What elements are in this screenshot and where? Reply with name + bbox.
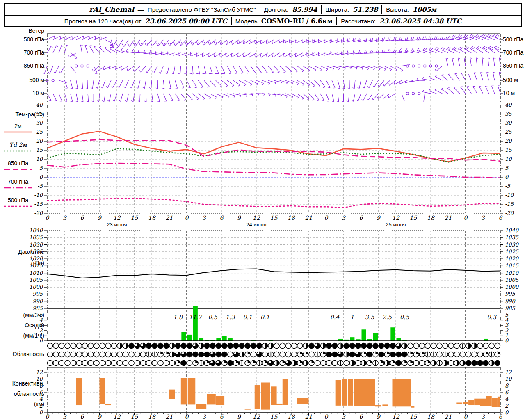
meteogram-app: rAl_Chemal — Предоставлено ФГБУ "ЗапСиб …	[0, 0, 525, 420]
legend-label-t2m: 2м	[3, 123, 33, 129]
svg-text:0: 0	[505, 174, 509, 180]
convective-bar	[492, 398, 498, 407]
precip-bar	[397, 338, 401, 341]
svg-text:21: 21	[305, 215, 313, 221]
wind-level-700hpa-left: 700 гПа	[2, 50, 44, 56]
svg-text:3.5: 3.5	[365, 314, 374, 320]
svg-text:3: 3	[342, 413, 346, 420]
convective-bar	[498, 397, 500, 407]
svg-text:0: 0	[46, 215, 50, 221]
svg-text:1010: 1010	[29, 270, 43, 276]
svg-text:9: 9	[377, 413, 381, 420]
cloud-row-1	[47, 352, 500, 357]
svg-text:-20: -20	[34, 210, 43, 216]
svg-text:35: 35	[505, 111, 512, 117]
precip-bar	[362, 329, 366, 341]
convective-bar	[181, 378, 187, 405]
svg-text:1030: 1030	[29, 242, 43, 248]
precip-bar	[216, 338, 221, 341]
svg-text:21: 21	[305, 413, 313, 420]
precip-unit-1h: (мм/1ч.)	[2, 333, 44, 339]
svg-text:40: 40	[36, 102, 43, 108]
svg-text:1.8: 1.8	[173, 314, 183, 320]
convective-bar	[342, 379, 347, 406]
svg-text:9: 9	[377, 215, 381, 221]
precip-bar	[373, 333, 378, 341]
svg-text:12: 12	[113, 215, 121, 221]
svg-text:18: 18	[148, 413, 156, 420]
convective-bar	[474, 399, 480, 405]
convective-bar	[255, 385, 260, 409]
svg-text:3: 3	[481, 413, 485, 420]
svg-text:0: 0	[39, 409, 43, 415]
cloud-row-0	[47, 343, 500, 348]
convective-bar	[354, 379, 375, 406]
legend-label-t700: 700 гПа	[3, 179, 33, 185]
svg-text:1040: 1040	[29, 227, 43, 233]
svg-text:0.3: 0.3	[487, 314, 497, 320]
time-axis-bottom: 036912151821036912151821036912151821036	[46, 413, 503, 420]
svg-text:985: 985	[32, 305, 43, 311]
wind-level-10m-left: 10 м	[2, 90, 44, 96]
svg-text:0.5: 0.5	[400, 314, 409, 320]
svg-text:0: 0	[185, 413, 189, 420]
svg-text:18: 18	[427, 413, 435, 420]
cloud-panel-title: Облачность	[2, 351, 44, 357]
svg-text:6: 6	[220, 413, 224, 420]
svg-text:0.4: 0.4	[330, 314, 340, 320]
svg-text:12: 12	[505, 369, 512, 375]
wind-level-850hpa-left: 850 гПа	[2, 63, 44, 69]
legend-label-td2m: Td 2м	[3, 142, 33, 148]
svg-text:25 июня: 25 июня	[386, 221, 406, 228]
svg-text:15: 15	[131, 413, 139, 420]
svg-text:1005: 1005	[29, 277, 43, 283]
convective-bar	[468, 400, 474, 405]
svg-text:12: 12	[253, 413, 260, 420]
svg-text:10: 10	[505, 156, 512, 162]
wind-level-500hpa-left: 500 гПа	[2, 37, 44, 43]
wind-panel-title: Ветер	[2, 28, 44, 34]
cloud-row-2	[47, 360, 500, 365]
convective-bar	[382, 404, 388, 406]
convective-bar	[169, 390, 175, 399]
svg-text:18: 18	[288, 413, 295, 420]
precip-bar	[193, 306, 198, 341]
svg-text:-20: -20	[505, 210, 514, 216]
time-axis-mid: 0369121518210369121518210369121518210362…	[46, 215, 503, 228]
svg-text:0.1: 0.1	[243, 314, 252, 320]
svg-text:1.3: 1.3	[226, 314, 235, 320]
precip-unit-3h: (мм/3ч.)	[2, 312, 44, 318]
convective-bar	[456, 403, 462, 404]
svg-text:6: 6	[505, 389, 509, 395]
svg-text:23 июня: 23 июня	[107, 221, 127, 228]
svg-text:18: 18	[288, 215, 295, 221]
svg-text:4: 4	[505, 396, 509, 402]
temp-panel: -20-20-15-15-10-10-5-5005510101515202025…	[34, 102, 514, 216]
pressure-panel-title: Давление	[2, 249, 44, 255]
svg-text:21: 21	[166, 215, 173, 221]
svg-text:20: 20	[36, 138, 43, 144]
svg-text:12: 12	[113, 413, 121, 420]
svg-text:-15: -15	[34, 201, 43, 207]
svg-text:1: 1	[350, 314, 354, 320]
precip-bar	[222, 336, 227, 341]
svg-text:0: 0	[464, 413, 468, 420]
convective-bar	[480, 399, 486, 406]
convective-bar	[100, 378, 105, 404]
svg-text:3: 3	[342, 215, 346, 221]
svg-text:21: 21	[166, 413, 173, 420]
svg-text:990: 990	[32, 298, 43, 304]
svg-text:3: 3	[63, 413, 67, 420]
svg-text:8: 8	[505, 383, 509, 389]
svg-text:1010: 1010	[505, 270, 519, 276]
svg-text:1025: 1025	[505, 249, 519, 255]
svg-text:1000: 1000	[505, 284, 519, 290]
wind-level-500m-left: 500 м	[2, 77, 44, 83]
svg-text:15: 15	[410, 215, 418, 221]
svg-text:21: 21	[445, 413, 452, 420]
precip-bar	[187, 335, 192, 341]
svg-text:1040: 1040	[505, 227, 519, 233]
legend-label-t500: 500 гПа	[3, 197, 33, 203]
svg-text:-5: -5	[505, 183, 510, 189]
svg-text:0.1: 0.1	[260, 314, 269, 320]
